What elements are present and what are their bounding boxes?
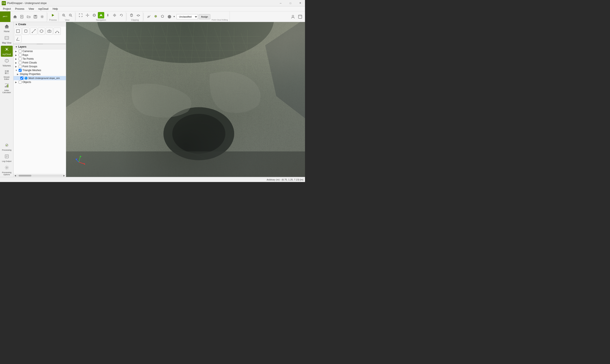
menu-help[interactable]: Help — [51, 6, 60, 12]
viewport[interactable] — [66, 22, 305, 177]
titlebar: P4D Pix4Dmapper - Underground stope ─ □ … — [0, 0, 305, 6]
scroll-left-btn[interactable]: ◀ — [14, 174, 16, 177]
objects-checkbox[interactable] — [19, 81, 22, 84]
toolbar-process-btn[interactable] — [50, 12, 56, 18]
svg-point-23 — [114, 15, 115, 16]
sidebar-item-processing[interactable]: Processing — [1, 142, 13, 152]
svg-line-69 — [32, 30, 35, 33]
toolbar-open-btn[interactable] — [26, 13, 32, 20]
pce-class-select[interactable]: Unclassified Ground Vegetation Building — [177, 14, 198, 19]
panel-hscrollbar[interactable]: ◀ ▶ — [14, 174, 66, 177]
create-camera-btn[interactable] — [46, 27, 53, 35]
toolbar-user-btn[interactable] — [290, 13, 296, 20]
sidebar-item-log[interactable]: Log Output — [1, 153, 13, 164]
create-box-btn[interactable] — [14, 27, 22, 35]
rays-checkbox[interactable] — [19, 53, 22, 56]
svg-rect-53 — [7, 70, 9, 72]
create-mesh-btn[interactable] — [38, 27, 45, 35]
hscrollbar-track[interactable] — [16, 175, 63, 177]
tree-item-mesh[interactable]: ▶ 🔷 Mesh Underground stope_sim — [14, 76, 66, 80]
svg-line-15 — [71, 16, 72, 17]
svg-marker-1 — [13, 15, 17, 17]
menu-view[interactable]: View — [27, 6, 36, 12]
svg-rect-36 — [298, 15, 302, 18]
svg-rect-56 — [5, 86, 6, 87]
pointgroups-checkbox[interactable] — [19, 65, 22, 68]
tree-item-tiepoints[interactable]: ▶ Tie Points — [14, 57, 66, 61]
pointclouds-checkbox[interactable] — [19, 61, 22, 64]
menu-raycloud[interactable]: rayCloud — [36, 6, 51, 12]
toolbar-nav-extent-btn[interactable] — [78, 12, 84, 18]
sidebar-item-raycloud[interactable]: rayCloud — [1, 46, 13, 57]
cameras-checkbox[interactable] — [19, 50, 22, 53]
toolbar-pce-draw-btn[interactable] — [146, 13, 152, 19]
toolbar-pce-color-swatch[interactable] — [167, 14, 172, 19]
toolbar-clip-box-btn[interactable] — [128, 12, 135, 18]
layers-label: Layers — [18, 45, 27, 48]
viewport-canvas[interactable] — [66, 22, 305, 177]
toolbar-new-project-btn[interactable] — [19, 13, 25, 20]
svg-point-107 — [172, 114, 225, 154]
trianglemeshes-checkbox[interactable] — [19, 69, 22, 72]
create-angle-btn[interactable] — [14, 35, 22, 42]
maximize-button[interactable]: □ — [285, 0, 295, 6]
toolbar-window-btn[interactable] — [297, 13, 303, 20]
tree-item-pointclouds[interactable]: ▶ Point Clouds — [14, 61, 66, 65]
svg-point-8 — [41, 16, 43, 17]
toolbar-pce-color-btn[interactable] — [152, 13, 159, 19]
toolbar-pce-dropdown-arrow[interactable]: ▼ — [172, 14, 176, 19]
toolbar-nav-walk-btn[interactable] — [105, 12, 111, 18]
tree-item-rays[interactable]: ▶ Rays — [14, 53, 66, 57]
tiepoints-checkbox[interactable] — [19, 57, 22, 60]
svg-rect-52 — [5, 70, 7, 72]
scroll-right-btn[interactable]: ▶ — [63, 174, 66, 177]
minimize-button[interactable]: ─ — [276, 0, 285, 6]
create-header[interactable]: ▼ Create — [14, 22, 66, 27]
sidebar-item-mosaic[interactable]: MosaicEditor — [1, 69, 13, 81]
svg-rect-7 — [35, 17, 36, 18]
toolbar-nav-pan-btn[interactable] — [84, 12, 91, 18]
create-path-btn[interactable] — [54, 27, 61, 35]
menu-process[interactable]: Process — [13, 6, 26, 12]
status-coords: Arbitrary (m) - (6.75, 1.25, 7.23) [m] — [267, 178, 303, 181]
create-line-btn[interactable] — [30, 27, 37, 35]
sidebar-item-home[interactable]: Home — [1, 23, 13, 34]
tree-item-cameras[interactable]: ▶ Cameras — [14, 49, 66, 53]
toolbar-pce-polygon-btn[interactable] — [159, 13, 166, 19]
toolbar-group-process: Process — [48, 12, 58, 22]
tree-item-trianglemeshes[interactable]: ▼ Triangle Meshes — [14, 68, 66, 72]
toolbar-nav-reset-btn[interactable] — [118, 12, 124, 18]
window-controls: ─ □ ✕ — [276, 0, 305, 6]
svg-point-41 — [6, 49, 8, 50]
toolbar-zoom-in-btn[interactable] — [61, 12, 67, 18]
layers-header[interactable]: ▼ Layers — [14, 44, 66, 49]
toolbar-nav-orbit-btn[interactable] — [91, 12, 97, 18]
tree-item-pointgroups[interactable]: ▶ Point Groups — [14, 65, 66, 68]
create-hex-btn[interactable] — [22, 27, 29, 35]
window-title: Pix4Dmapper - Underground stope — [7, 2, 47, 5]
svg-point-74 — [55, 32, 56, 33]
close-button[interactable]: ✕ — [295, 0, 305, 6]
sidebar-item-volumes[interactable]: Volumes — [1, 57, 13, 68]
hscrollbar-thumb[interactable] — [19, 175, 31, 177]
toolbar-zoom-out-btn[interactable] — [67, 12, 74, 18]
sidebar-item-mapview[interactable]: Map View — [1, 34, 13, 45]
toolbar-clip-plane-btn[interactable] — [135, 12, 141, 18]
toolbar-nav-focus-btn[interactable] — [111, 12, 118, 18]
menu-project[interactable]: Project — [1, 6, 13, 12]
toolbar-home-btn[interactable] — [12, 13, 18, 20]
toolbar-settings-btn[interactable] — [39, 13, 45, 20]
create-section: ▼ Create — [14, 22, 66, 44]
toolbar-save-btn[interactable] — [32, 13, 39, 20]
sidebar-item-index[interactable]: IndexCalculator — [1, 82, 13, 95]
toolbar-nav-fly-btn[interactable] — [98, 12, 104, 18]
mesh-checkbox[interactable] — [20, 77, 23, 79]
menubar: Project Process View rayCloud Help — [0, 6, 305, 12]
tree-item-objects[interactable]: ▶ Objects — [14, 80, 66, 84]
svg-point-70 — [32, 32, 33, 33]
tree-item-displayprops[interactable]: ▶ Display Properties — [14, 72, 66, 76]
app-icon: P4D — [2, 1, 6, 5]
create-label: Create — [18, 23, 26, 26]
pce-assign-btn[interactable]: Assign — [199, 14, 210, 19]
sidebar-item-options[interactable]: ProcessingOptions — [1, 164, 13, 177]
